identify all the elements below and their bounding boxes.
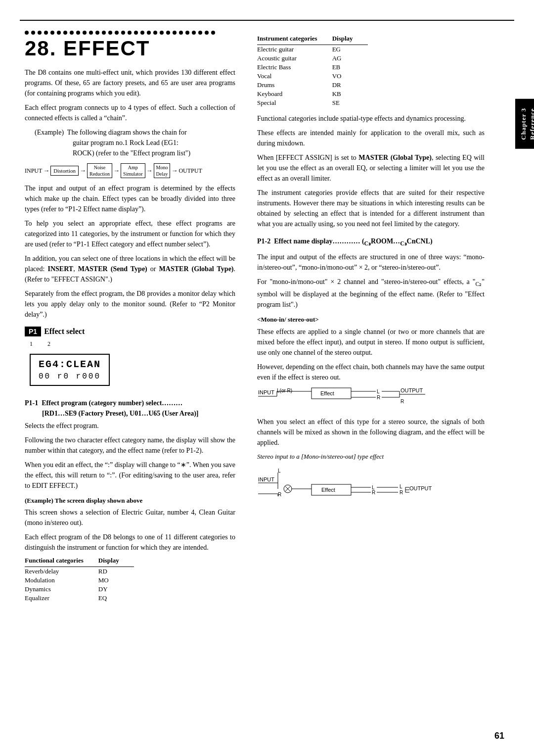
- stereo-caption: Stereo input to a [Mono-in/stereo-out] t…: [257, 452, 485, 462]
- signal-diagram-1: INPUT L(or R) Effect L OUTPUT: [257, 387, 485, 412]
- dot: [205, 31, 209, 35]
- reference-label: Reference: [529, 108, 534, 140]
- mono-p1: These effects are applied to a single ch…: [257, 327, 485, 358]
- svg-text:L(or R): L(or R): [277, 388, 292, 393]
- inst-cat-name: Acoustic guitar: [257, 54, 332, 63]
- inst-cat-display: SE: [332, 98, 368, 107]
- dot: [198, 31, 202, 35]
- inst-cat-header: Instrument categories: [257, 35, 332, 45]
- func-display-header: Display: [98, 557, 134, 567]
- example-heading: (Example) The screen display shown above: [25, 496, 235, 506]
- svg-text:INPUT: INPUT: [258, 476, 274, 482]
- chain-box-distortion: Distortion: [50, 166, 79, 176]
- p1-title: Effect select: [44, 327, 85, 335]
- func-cat-row: Reverb/delayRD: [25, 567, 134, 576]
- inst-cat-display: VO: [332, 72, 368, 81]
- instrument-intro: The instrument categories provide effect…: [257, 188, 485, 229]
- chain-diagram: INPUT → Distortion → NoiseReduction → Am…: [25, 163, 235, 178]
- lcd-row1: EG4:CLEAN: [39, 359, 101, 370]
- lcd-display: EG4:CLEAN 00 r0 r000: [30, 354, 110, 386]
- instrument-categories-area: Instrument categories Display Electric g…: [257, 35, 485, 107]
- chain-arrow-4: →: [146, 167, 153, 175]
- dot: [140, 31, 144, 35]
- signal-svg-1: INPUT L(or R) Effect L OUTPUT: [257, 387, 445, 410]
- func-cat-name: Dynamics: [25, 585, 98, 594]
- example-text: This screen shows a selection of Electri…: [25, 507, 235, 528]
- func-cat-row: EqualizerEQ: [25, 594, 134, 603]
- chain-box-noise: NoiseReduction: [87, 163, 112, 178]
- lcd-area: 1 2 EG4:CLEAN 00 r0 r000: [25, 340, 235, 391]
- dot: [134, 31, 138, 35]
- content-area: 28. EFFECT The D8 contains one multi-eff…: [0, 21, 534, 616]
- dot: [166, 31, 170, 35]
- inst-cat-name: Vocal: [257, 72, 332, 81]
- func-cat-display: RD: [98, 567, 134, 576]
- left-column: 28. EFFECT The D8 contains one multi-eff…: [0, 21, 247, 616]
- dot: [95, 31, 99, 35]
- inst-cat-name: Electric guitar: [257, 45, 332, 54]
- p1-2-area: P1-2 Effect name display………… (C₃ROOM…C₃C…: [257, 236, 485, 382]
- chain-output: OUTPUT: [178, 167, 202, 175]
- dot: [153, 31, 157, 35]
- chain-arrow-3: →: [113, 167, 120, 175]
- instrument-categories-table: Instrument categories Display Electric g…: [257, 35, 368, 107]
- svg-text:R: R: [400, 490, 403, 495]
- func-cat-row: ModulationMO: [25, 576, 134, 585]
- dot: [108, 31, 112, 35]
- p1-1-section: P1-1 Effect program (category number) se…: [25, 398, 235, 491]
- dot: [57, 31, 61, 35]
- functional-categories-table: Functional categories Display Reverb/del…: [25, 557, 134, 603]
- p1-label: P1: [25, 327, 41, 336]
- chapter-tab: Chapter 3 Reference: [515, 99, 534, 149]
- svg-text:L: L: [278, 468, 281, 473]
- chain-input: INPUT: [25, 167, 42, 175]
- dot: [83, 31, 87, 35]
- dot: [31, 31, 35, 35]
- example-lead: (Example) The following diagram shows th…: [35, 129, 190, 157]
- svg-text:R: R: [278, 492, 281, 497]
- dot: [115, 31, 119, 35]
- page: Chapter 3 Reference: [0, 0, 534, 756]
- intro-p1: The D8 contains one multi-effect unit, w…: [25, 67, 235, 98]
- dots-row: [25, 31, 235, 35]
- p1-1-heading: P1-1 Effect program (category number) se…: [25, 398, 235, 419]
- dot: [185, 31, 189, 35]
- right-column: Instrument categories Display Electric g…: [247, 21, 509, 616]
- inst-display-header: Display: [332, 35, 368, 45]
- svg-text:R: R: [400, 399, 404, 404]
- svg-text:OUTPUT: OUTPUT: [409, 485, 432, 491]
- svg-text:Effect: Effect: [320, 390, 334, 396]
- stereo-intro: When you select an effect of this type f…: [257, 417, 485, 448]
- inst-cat-display: KB: [332, 90, 368, 98]
- p1-2-symbol: For "mono-in/mono-out" × 2 channel and "…: [257, 277, 485, 309]
- dot: [50, 31, 54, 35]
- lcd-row2: 00 r0 r000: [39, 372, 101, 381]
- func-cat-row: DynamicsDY: [25, 585, 134, 594]
- dot: [44, 31, 48, 35]
- inst-cat-row: KeyboardKB: [257, 90, 368, 98]
- svg-text:L: L: [377, 389, 380, 394]
- inst-cat-display: AG: [332, 54, 368, 63]
- each-effect-text: Each effect program of the D8 belongs to…: [25, 532, 235, 553]
- functional-intro: Functional categories include spatial-ty…: [257, 113, 485, 124]
- svg-text:L: L: [400, 484, 402, 489]
- inst-cat-row: SpecialSE: [257, 98, 368, 107]
- dot: [160, 31, 164, 35]
- mono-heading: <Mono-in/ stereo-out>: [257, 315, 485, 325]
- dot: [38, 31, 42, 35]
- func-cat-name: Reverb/delay: [25, 567, 98, 576]
- p1-1-p1: Selects the effect program.: [25, 421, 235, 431]
- dot: [147, 31, 151, 35]
- after-chain-p2: To help you select an appropriate effect…: [25, 218, 235, 249]
- chain-box-delay: MonoDelay: [154, 163, 171, 178]
- func-cat-header: Functional categories: [25, 557, 98, 567]
- lcd-numbers-row: 1 2: [30, 340, 235, 348]
- func-cat-display: MO: [98, 576, 134, 585]
- inst-cat-name: Special: [257, 98, 332, 107]
- after-chain-p1: The input and output of an effect progra…: [25, 183, 235, 214]
- dot: [25, 31, 29, 35]
- inst-cat-row: DrumsDR: [257, 81, 368, 90]
- chapter-title: EFFECT: [63, 37, 150, 60]
- dot: [128, 31, 132, 35]
- intro-p3: (Example) The following diagram shows th…: [25, 127, 235, 158]
